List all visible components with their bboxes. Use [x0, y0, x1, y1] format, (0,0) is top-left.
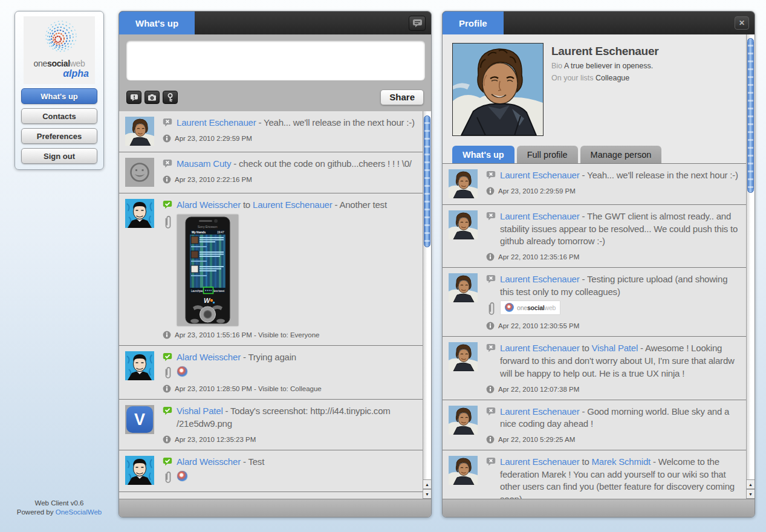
- status-bubble-green-icon: [163, 200, 172, 213]
- avatar-laurent[interactable]: [449, 273, 478, 302]
- powered-by-label: Powered by: [17, 508, 54, 516]
- status-bubble-gray-icon: [163, 118, 172, 131]
- avatar-vishal[interactable]: V: [125, 405, 154, 434]
- status-bubble-gray-icon: [486, 274, 496, 287]
- bio-value: A true believer in openess.: [564, 62, 653, 70]
- image-attachment-thumb[interactable]: [177, 471, 187, 481]
- feed-item: Laurent Eschenauer to Vishal Patel - Awe…: [443, 337, 746, 400]
- author-link[interactable]: Mausam Cuty: [177, 158, 231, 169]
- scroll-up-button[interactable]: ▲: [746, 479, 755, 489]
- scroll-up-button[interactable]: ▲: [423, 479, 431, 489]
- avatar-alard[interactable]: [125, 199, 154, 228]
- profile-avatar[interactable]: [452, 43, 544, 136]
- sidebar-item-sign-out[interactable]: Sign out: [21, 148, 97, 164]
- status-meta: Apr 22, 2010 12:07:38 PM: [486, 385, 740, 394]
- recipient-link[interactable]: Vishal Patel: [592, 343, 638, 353]
- avatar-laurent[interactable]: [449, 342, 478, 371]
- add-status-button[interactable]: [126, 91, 141, 104]
- status-input[interactable]: [126, 41, 425, 80]
- tab-full-profile[interactable]: Full profile: [517, 146, 578, 163]
- info-icon: [163, 134, 171, 143]
- author-link[interactable]: Alard Weisscher: [177, 199, 241, 210]
- phone-photo-attachment[interactable]: Sony Ericsson My friends 19:47: [177, 215, 238, 326]
- author-link[interactable]: Laurent Eschenauer: [500, 343, 580, 353]
- sidebar-item-whats-up[interactable]: What's up: [21, 88, 97, 104]
- scroll-down-button[interactable]: ▼: [423, 489, 431, 499]
- avatar-laurent[interactable]: [125, 117, 154, 146]
- profile-feed: Laurent Eschenauer - Yeah... we'll relea…: [443, 163, 746, 499]
- author-link[interactable]: Laurent Eschenauer: [500, 170, 580, 180]
- avatar-laurent[interactable]: [449, 456, 478, 485]
- author-link[interactable]: Vishal Patel: [177, 406, 223, 416]
- info-icon: [486, 322, 495, 330]
- feed-item: Laurent Eschenauer - Good morning world.…: [443, 400, 746, 450]
- page: onesocialweb αlpha What's up Contacts Pr…: [0, 0, 766, 532]
- author-link[interactable]: Alard Weisscher: [177, 352, 241, 362]
- recipient-link[interactable]: Laurent Eschenauer: [253, 199, 333, 210]
- panel-footer: [119, 499, 431, 517]
- info-icon: [163, 384, 171, 393]
- status-bubble-button[interactable]: [409, 16, 426, 31]
- svg-text:19:47: 19:47: [217, 230, 224, 234]
- avatar-alard[interactable]: [125, 351, 154, 380]
- avatar-laurent[interactable]: [449, 406, 478, 435]
- whats-up-feed-viewport: Laurent Eschenauer - Yeah... we'll relea…: [119, 111, 431, 499]
- author-link[interactable]: Alard Weisscher: [177, 456, 241, 467]
- key-icon: [166, 93, 174, 102]
- avatar-laurent[interactable]: [449, 169, 478, 198]
- camera-icon: [148, 94, 157, 102]
- profile-scrollbar[interactable]: ▲ ▼: [746, 34, 755, 499]
- tab-manage-person[interactable]: Manage person: [580, 146, 662, 163]
- recipient-link[interactable]: Marek Schmidt: [592, 456, 651, 467]
- onesocialweb-link[interactable]: OneSocialWeb: [56, 508, 102, 516]
- osw-banner-attachment[interactable]: onesocialweb: [501, 301, 560, 314]
- info-icon: [163, 435, 171, 444]
- status-text: - check out the code on github...cheers …: [233, 158, 412, 169]
- whats-up-scrollbar[interactable]: ▲ ▼: [423, 111, 431, 499]
- author-link[interactable]: Laurent Eschenauer: [500, 274, 580, 284]
- feed-item: Alard Weisscher - Trying again Apr 23, 2…: [119, 346, 423, 400]
- share-button[interactable]: Share: [380, 89, 424, 105]
- to-label: to: [582, 343, 589, 353]
- tab-whats-up[interactable]: What's up: [452, 146, 514, 163]
- status-meta: Apr 23, 2010 2:29:59 PM: [163, 134, 417, 143]
- author-link[interactable]: Laurent Eschenauer: [177, 117, 256, 128]
- add-photo-button[interactable]: [144, 91, 160, 104]
- sidebar-item-preferences[interactable]: Preferences: [21, 128, 97, 144]
- avatar-smiley[interactable]: [125, 158, 154, 187]
- author-link[interactable]: Laurent Eschenauer: [500, 456, 580, 467]
- status-bubble-gray-icon: [486, 457, 496, 470]
- avatar-alard[interactable]: [125, 456, 154, 485]
- app-footer: Web Client v0.6 Powered by OneSocialWeb: [0, 499, 118, 517]
- status-meta: Apr 22, 2010 12:30:55 PM: [486, 322, 740, 330]
- to-label: to: [582, 456, 589, 467]
- profile-panel-tab[interactable]: Profile: [443, 11, 504, 34]
- status-meta: Apr 23, 2010 1:28:50 PM - Visible to: Co…: [163, 384, 417, 393]
- close-button[interactable]: ✕: [735, 16, 749, 30]
- author-link[interactable]: Laurent Eschenauer: [500, 406, 580, 417]
- avatar-laurent[interactable]: [449, 210, 478, 239]
- whats-up-header: What's up: [119, 11, 431, 34]
- to-label: to: [243, 199, 250, 210]
- privacy-button[interactable]: [163, 91, 178, 104]
- info-icon: [486, 385, 495, 394]
- speech-bubble-icon: [412, 19, 423, 28]
- feed-item: Laurent Eschenauer to Marek Schmidt - We…: [443, 450, 746, 499]
- feed-item: Mausam Cuty - check out the code on gith…: [119, 152, 423, 193]
- scroll-down-button[interactable]: ▼: [746, 489, 755, 499]
- feed-item: Laurent Eschenauer - Yeah... we'll relea…: [443, 164, 746, 205]
- lists-label: On your lists: [551, 74, 593, 82]
- status-bubble-gray-icon: [486, 170, 496, 183]
- status-meta: Apr 23, 2010 2:29:59 PM: [486, 187, 740, 195]
- status-text: - Another test: [334, 199, 386, 210]
- scrollbar-thumb[interactable]: [424, 115, 430, 247]
- image-attachment-thumb[interactable]: [177, 366, 187, 377]
- scrollbar-thumb[interactable]: [747, 38, 754, 193]
- whats-up-panel-tab[interactable]: What's up: [119, 11, 195, 34]
- author-link[interactable]: Laurent Eschenauer: [500, 211, 580, 221]
- info-icon: [163, 331, 171, 339]
- sidebar-item-contacts[interactable]: Contacts: [21, 108, 97, 124]
- panel-footer: [443, 499, 755, 517]
- status-text: - Yeah... we'll release in the next hour…: [582, 170, 738, 180]
- status-meta: Apr 22, 2010 12:35:16 PM: [486, 253, 740, 261]
